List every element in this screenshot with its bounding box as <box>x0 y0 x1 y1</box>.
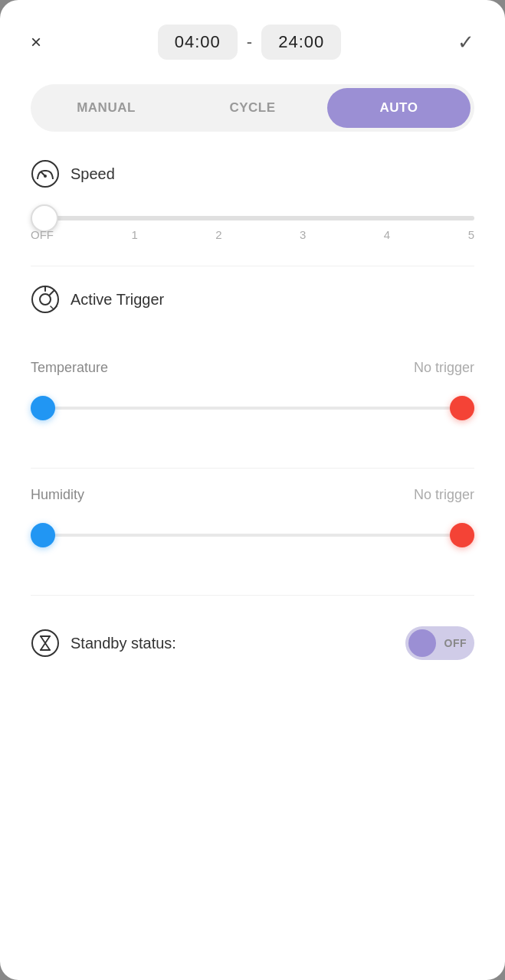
slider-label-5: 5 <box>468 228 474 241</box>
mode-selector: MANUAL CYCLE AUTO <box>31 84 474 132</box>
mode-auto-button[interactable]: AUTO <box>327 88 471 128</box>
speedometer-icon <box>31 159 60 188</box>
humidity-thumb-min[interactable] <box>31 523 55 547</box>
active-trigger-icon <box>31 285 60 314</box>
confirm-button[interactable]: ✓ <box>457 31 474 54</box>
speed-slider[interactable] <box>31 216 474 220</box>
speed-title: Speed <box>71 165 115 183</box>
speed-section-header: Speed <box>31 159 474 188</box>
standby-label: Standby status: <box>71 635 176 652</box>
temperature-trigger-row: Temperature No trigger <box>31 360 474 425</box>
active-trigger-header: Active Trigger <box>31 285 474 314</box>
time-end[interactable]: 24:00 <box>261 24 341 60</box>
standby-toggle-thumb <box>408 629 436 657</box>
humidity-range[interactable] <box>31 518 474 552</box>
time-separator: - <box>247 32 252 52</box>
slider-label-2: 2 <box>215 228 221 241</box>
slider-label-1: 1 <box>131 228 137 241</box>
divider-2 <box>31 468 474 469</box>
speed-slider-container: OFF 1 2 3 4 5 <box>31 210 474 241</box>
time-start[interactable]: 04:00 <box>158 24 238 60</box>
humidity-label: Humidity <box>31 487 84 503</box>
active-trigger-section: Active Trigger <box>31 285 474 335</box>
slider-label-3: 3 <box>300 228 306 241</box>
active-trigger-title: Active Trigger <box>71 291 164 309</box>
time-group: 04:00 - 24:00 <box>158 24 341 60</box>
svg-point-2 <box>44 175 47 178</box>
humidity-track <box>31 534 474 537</box>
mode-manual-button[interactable]: MANUAL <box>34 88 178 128</box>
svg-point-4 <box>40 294 51 305</box>
temperature-trigger-header: Temperature No trigger <box>31 360 474 376</box>
hourglass-icon <box>31 629 60 658</box>
temperature-value: No trigger <box>414 360 474 376</box>
divider-3 <box>31 595 474 596</box>
temperature-thumb-max[interactable] <box>450 396 474 420</box>
close-button[interactable]: × <box>31 33 41 51</box>
main-card: × 04:00 - 24:00 ✓ MANUAL CYCLE AUTO Spee… <box>0 0 505 980</box>
temperature-thumb-min[interactable] <box>31 396 55 420</box>
humidity-value: No trigger <box>414 487 474 503</box>
temperature-track <box>31 407 474 410</box>
standby-toggle[interactable]: OFF <box>405 626 474 660</box>
header: × 04:00 - 24:00 ✓ <box>31 24 474 60</box>
standby-toggle-label: OFF <box>444 637 467 649</box>
standby-toggle-track[interactable]: OFF <box>405 626 474 660</box>
standby-left: Standby status: <box>31 629 176 658</box>
slider-label-4: 4 <box>384 228 390 241</box>
divider-1 <box>31 266 474 266</box>
mode-cycle-button[interactable]: CYCLE <box>181 88 324 128</box>
temperature-label: Temperature <box>31 360 108 376</box>
humidity-trigger-header: Humidity No trigger <box>31 487 474 503</box>
humidity-thumb-max[interactable] <box>450 523 474 547</box>
temperature-range[interactable] <box>31 391 474 425</box>
humidity-trigger-row: Humidity No trigger <box>31 487 474 552</box>
standby-row: Standby status: OFF <box>31 626 474 660</box>
svg-point-0 <box>32 161 58 187</box>
slider-label-off: OFF <box>31 228 54 241</box>
